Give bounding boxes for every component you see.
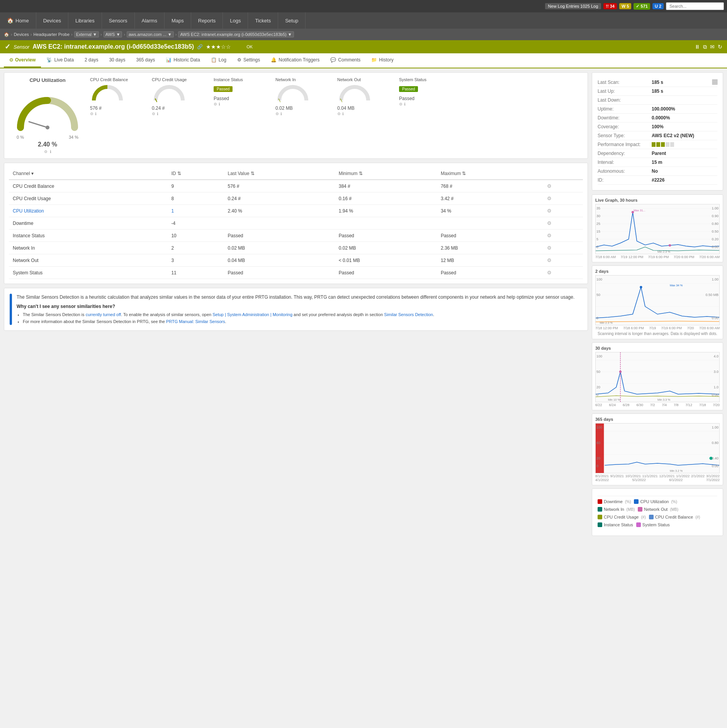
- pause-icon[interactable]: ⏸: [695, 44, 700, 50]
- col-channel[interactable]: Channel ▾: [9, 168, 167, 180]
- col-id[interactable]: ID ⇅: [167, 168, 224, 180]
- mini-gauge-settings-1[interactable]: ⚙: [152, 112, 155, 116]
- breadcrumb-hq-probe[interactable]: Headquarter Probe: [33, 32, 70, 37]
- col-minimum[interactable]: Minimum ⇅: [335, 168, 437, 180]
- mini-gauge-settings-3[interactable]: ⚙: [275, 112, 279, 116]
- row-gear-icon-5[interactable]: ⚙: [547, 245, 552, 251]
- unknown-badge[interactable]: U 2: [652, 3, 664, 9]
- svg-rect-21: [596, 352, 719, 402]
- mini-gauge-info-3[interactable]: ℹ: [280, 112, 282, 116]
- tab-triggers[interactable]: 🔔 Notification Triggers: [265, 53, 325, 68]
- tab-comments[interactable]: 💬 Comments: [325, 53, 366, 68]
- row-gear-icon-2[interactable]: ⚙: [547, 208, 552, 214]
- mini-gauge-settings-0[interactable]: ⚙: [90, 112, 93, 116]
- 2days-graph-svg: Max 34 % Min 2.3 %: [596, 276, 719, 325]
- tab-historic[interactable]: 📊 Historic Data: [160, 53, 206, 68]
- 365days-x-labels: 8/1/2021 9/1/2021 10/1/2021 11/1/2021 12…: [595, 474, 720, 482]
- cell-id-3: -4: [167, 217, 224, 230]
- tab-log[interactable]: 📋 Log: [206, 53, 232, 68]
- overview-icon: ⊙: [9, 57, 13, 63]
- 30days-x-718: 7/18: [699, 403, 706, 407]
- top-bar: New Log Entries 1025 Log !! 34 W 5 ✓ 571…: [0, 0, 727, 12]
- row-gear-icon-4[interactable]: ⚙: [547, 233, 552, 238]
- nav-devices[interactable]: Devices: [36, 12, 68, 29]
- similar-title: Why can't I see any sensor similarities …: [17, 304, 582, 309]
- search-input[interactable]: [666, 2, 724, 10]
- tab-365days[interactable]: 365 days: [131, 53, 160, 68]
- breadcrumb-sensor-id[interactable]: AWS EC2: intranet.example.org (i-0d650d3…: [178, 31, 294, 37]
- tab-overview[interactable]: ⊙ Overview: [4, 53, 41, 68]
- live-graph-card: Live Graph, 30 hours: [592, 194, 723, 262]
- nav-setup[interactable]: Setup: [278, 12, 306, 29]
- settings-icon: ⚙: [237, 57, 241, 63]
- table-row: Downtime-4⚙: [9, 217, 583, 230]
- row-gear-icon-1[interactable]: ⚙: [547, 196, 552, 201]
- 2days-r-0: 0.00: [712, 316, 719, 320]
- table-row: Network Out30.04 MB< 0.01 MB12 MB⚙: [9, 254, 583, 267]
- gauge-settings-icon[interactable]: ⚙: [44, 150, 48, 154]
- col-maximum[interactable]: Maximum ⇅: [437, 168, 543, 180]
- nav-sensors[interactable]: Sensors: [102, 12, 135, 29]
- sensor-name[interactable]: AWS EC2: intranet.example.org (i-0d650d3…: [32, 43, 194, 50]
- nav-alarms[interactable]: Alarms: [135, 12, 165, 29]
- mini-gauge-info-4[interactable]: ℹ: [342, 112, 344, 116]
- nav-maps[interactable]: Maps: [165, 12, 191, 29]
- sensor-ok-status: OK: [246, 44, 253, 49]
- row-gear-icon-7[interactable]: ⚙: [547, 270, 552, 276]
- live-axis-r-0.5: 0.50: [712, 230, 719, 233]
- mini-gauge-info-1[interactable]: ℹ: [157, 112, 158, 116]
- tab-livedata[interactable]: 📡 Live Data: [41, 53, 79, 68]
- nav-tickets[interactable]: Tickets: [248, 12, 278, 29]
- error-badge[interactable]: !! 34: [603, 3, 617, 9]
- cell-action-0: ⚙: [543, 180, 583, 192]
- log-entry[interactable]: New Log Entries 1025 Log: [545, 3, 601, 9]
- clone-icon[interactable]: ⧉: [703, 44, 707, 50]
- mini-gauge-settings-4[interactable]: ⚙: [337, 112, 341, 116]
- mini-gauge-info-2[interactable]: ℹ: [219, 102, 220, 106]
- mini-gauge-settings-5[interactable]: ⚙: [399, 102, 403, 106]
- breadcrumb-external[interactable]: External ▼: [74, 31, 99, 37]
- live-axis-r-0.8: 0.80: [712, 222, 719, 226]
- breadcrumb-home[interactable]: 🏠: [4, 32, 9, 37]
- prtg-manual-link[interactable]: PRTG Manual: Similar Sensors: [166, 319, 225, 324]
- mini-gauge-info-0[interactable]: ℹ: [95, 112, 97, 116]
- breadcrumb: 🏠 › Devices › Headquarter Probe › Extern…: [0, 29, 727, 40]
- cell-id-0: 9: [167, 180, 224, 192]
- legend-cpu-util: CPU Utilization (%): [634, 499, 677, 504]
- live-axis-r-0.9: 0.90: [712, 214, 719, 218]
- refresh-icon[interactable]: ↻: [718, 44, 722, 50]
- tab-settings[interactable]: ⚙ Settings: [232, 53, 265, 68]
- tab-30days[interactable]: 30 days: [104, 53, 131, 68]
- mini-gauge-info-5[interactable]: ℹ: [404, 102, 406, 106]
- row-gear-icon-3[interactable]: ⚙: [547, 220, 552, 226]
- sensor-stars[interactable]: ★★★☆☆: [206, 44, 231, 50]
- breadcrumb-aws[interactable]: AWS ▼: [104, 31, 122, 37]
- info-row-last-scan: Last Scan: 185 s: [598, 78, 717, 87]
- mini-gauge-settings-2[interactable]: ⚙: [214, 102, 217, 106]
- gauge-info-icon[interactable]: ℹ: [50, 150, 51, 154]
- nav-libraries[interactable]: Libraries: [68, 12, 102, 29]
- info-row-interval: Interval: 15 m: [598, 158, 717, 167]
- similar-section-link[interactable]: Similar Sensors Detection: [384, 312, 433, 317]
- qr-icon[interactable]: ▦: [712, 77, 718, 86]
- breadcrumb-aws-url[interactable]: aws.amazon.com ... ▼: [127, 31, 174, 37]
- nav-home[interactable]: 🏠Home: [0, 12, 36, 29]
- legend-unit-cpu-credit-usage: (#): [641, 515, 645, 519]
- row-gear-icon-6[interactable]: ⚙: [547, 257, 552, 263]
- setup-link[interactable]: Setup | System Administration | Monitori…: [212, 312, 292, 317]
- channel-link-2[interactable]: CPU Utilization: [13, 208, 44, 214]
- legend-dot-network-out: [638, 507, 642, 512]
- ok-badge[interactable]: ✓ 571: [634, 3, 650, 10]
- email-icon[interactable]: ✉: [710, 44, 715, 50]
- col-last-value[interactable]: Last Value ⇅: [224, 168, 335, 180]
- tab-2days[interactable]: 2 days: [79, 53, 104, 68]
- row-gear-icon-0[interactable]: ⚙: [547, 183, 552, 189]
- live-graph-x-labels: 7/18 6:00 AM 7/19 12:00 PM 7/19 6:00 PM …: [595, 255, 720, 259]
- tab-history[interactable]: 📁 History: [366, 53, 399, 68]
- breadcrumb-devices[interactable]: Devices: [14, 32, 29, 37]
- nav-reports[interactable]: Reports: [191, 12, 223, 29]
- nav-logs[interactable]: Logs: [223, 12, 248, 29]
- cpu-value: 2.40 %: [38, 141, 57, 148]
- mini-gauge-val-3: 0.02 MB: [275, 105, 293, 111]
- warning-badge[interactable]: W 5: [619, 3, 632, 9]
